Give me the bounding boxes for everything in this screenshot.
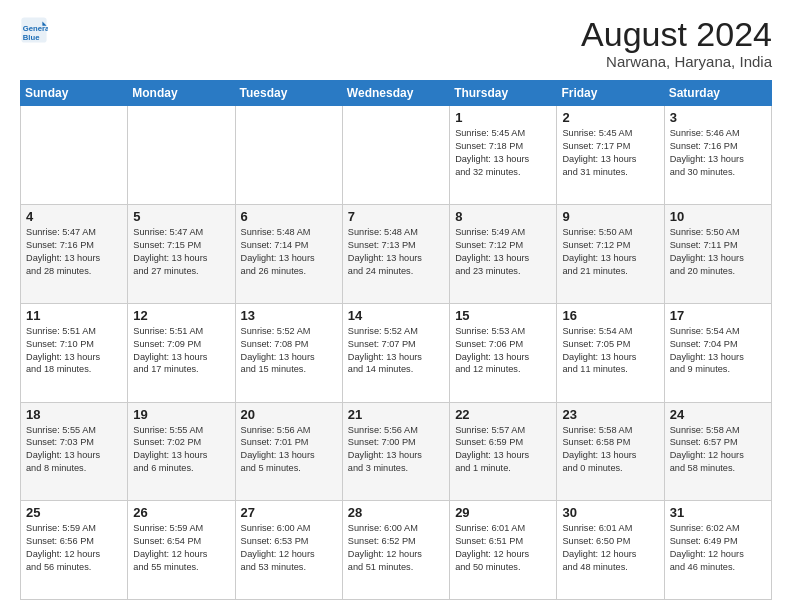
calendar-cell: 23Sunrise: 5:58 AM Sunset: 6:58 PM Dayli…	[557, 402, 664, 501]
calendar-cell: 27Sunrise: 6:00 AM Sunset: 6:53 PM Dayli…	[235, 501, 342, 600]
day-info: Sunrise: 5:45 AM Sunset: 7:18 PM Dayligh…	[455, 127, 551, 179]
day-info: Sunrise: 6:01 AM Sunset: 6:50 PM Dayligh…	[562, 522, 658, 574]
day-number: 27	[241, 505, 337, 520]
calendar-cell: 18Sunrise: 5:55 AM Sunset: 7:03 PM Dayli…	[21, 402, 128, 501]
day-number: 5	[133, 209, 229, 224]
calendar-week-0: 1Sunrise: 5:45 AM Sunset: 7:18 PM Daylig…	[21, 106, 772, 205]
day-number: 16	[562, 308, 658, 323]
day-number: 11	[26, 308, 122, 323]
day-number: 8	[455, 209, 551, 224]
title-block: August 2024 Narwana, Haryana, India	[581, 16, 772, 70]
calendar-week-1: 4Sunrise: 5:47 AM Sunset: 7:16 PM Daylig…	[21, 205, 772, 304]
svg-text:Blue: Blue	[23, 33, 40, 42]
calendar-cell: 14Sunrise: 5:52 AM Sunset: 7:07 PM Dayli…	[342, 303, 449, 402]
day-info: Sunrise: 5:56 AM Sunset: 7:01 PM Dayligh…	[241, 424, 337, 476]
calendar-cell: 9Sunrise: 5:50 AM Sunset: 7:12 PM Daylig…	[557, 205, 664, 304]
calendar-cell: 21Sunrise: 5:56 AM Sunset: 7:00 PM Dayli…	[342, 402, 449, 501]
day-info: Sunrise: 5:47 AM Sunset: 7:15 PM Dayligh…	[133, 226, 229, 278]
day-info: Sunrise: 5:50 AM Sunset: 7:12 PM Dayligh…	[562, 226, 658, 278]
day-info: Sunrise: 5:59 AM Sunset: 6:56 PM Dayligh…	[26, 522, 122, 574]
day-number: 14	[348, 308, 444, 323]
day-number: 3	[670, 110, 766, 125]
calendar-week-4: 25Sunrise: 5:59 AM Sunset: 6:56 PM Dayli…	[21, 501, 772, 600]
calendar-week-2: 11Sunrise: 5:51 AM Sunset: 7:10 PM Dayli…	[21, 303, 772, 402]
day-number: 29	[455, 505, 551, 520]
calendar-cell: 28Sunrise: 6:00 AM Sunset: 6:52 PM Dayli…	[342, 501, 449, 600]
calendar-week-3: 18Sunrise: 5:55 AM Sunset: 7:03 PM Dayli…	[21, 402, 772, 501]
day-number: 10	[670, 209, 766, 224]
day-number: 1	[455, 110, 551, 125]
day-info: Sunrise: 6:02 AM Sunset: 6:49 PM Dayligh…	[670, 522, 766, 574]
day-number: 4	[26, 209, 122, 224]
day-info: Sunrise: 5:55 AM Sunset: 7:03 PM Dayligh…	[26, 424, 122, 476]
calendar-cell: 7Sunrise: 5:48 AM Sunset: 7:13 PM Daylig…	[342, 205, 449, 304]
day-info: Sunrise: 5:54 AM Sunset: 7:04 PM Dayligh…	[670, 325, 766, 377]
calendar-cell: 10Sunrise: 5:50 AM Sunset: 7:11 PM Dayli…	[664, 205, 771, 304]
calendar-cell: 19Sunrise: 5:55 AM Sunset: 7:02 PM Dayli…	[128, 402, 235, 501]
calendar-cell: 5Sunrise: 5:47 AM Sunset: 7:15 PM Daylig…	[128, 205, 235, 304]
page: General Blue General Blue August 2024 Na…	[0, 0, 792, 612]
day-number: 15	[455, 308, 551, 323]
calendar-cell: 1Sunrise: 5:45 AM Sunset: 7:18 PM Daylig…	[450, 106, 557, 205]
day-info: Sunrise: 6:00 AM Sunset: 6:52 PM Dayligh…	[348, 522, 444, 574]
calendar-cell	[342, 106, 449, 205]
day-info: Sunrise: 5:59 AM Sunset: 6:54 PM Dayligh…	[133, 522, 229, 574]
calendar-cell: 6Sunrise: 5:48 AM Sunset: 7:14 PM Daylig…	[235, 205, 342, 304]
col-tuesday: Tuesday	[235, 81, 342, 106]
subtitle: Narwana, Haryana, India	[581, 53, 772, 70]
day-number: 7	[348, 209, 444, 224]
calendar-cell: 20Sunrise: 5:56 AM Sunset: 7:01 PM Dayli…	[235, 402, 342, 501]
calendar-cell: 4Sunrise: 5:47 AM Sunset: 7:16 PM Daylig…	[21, 205, 128, 304]
day-number: 31	[670, 505, 766, 520]
day-number: 22	[455, 407, 551, 422]
day-number: 17	[670, 308, 766, 323]
day-info: Sunrise: 5:55 AM Sunset: 7:02 PM Dayligh…	[133, 424, 229, 476]
day-number: 23	[562, 407, 658, 422]
col-friday: Friday	[557, 81, 664, 106]
day-number: 19	[133, 407, 229, 422]
calendar-cell: 31Sunrise: 6:02 AM Sunset: 6:49 PM Dayli…	[664, 501, 771, 600]
day-number: 6	[241, 209, 337, 224]
day-info: Sunrise: 5:58 AM Sunset: 6:57 PM Dayligh…	[670, 424, 766, 476]
day-info: Sunrise: 5:46 AM Sunset: 7:16 PM Dayligh…	[670, 127, 766, 179]
day-info: Sunrise: 6:00 AM Sunset: 6:53 PM Dayligh…	[241, 522, 337, 574]
day-info: Sunrise: 5:54 AM Sunset: 7:05 PM Dayligh…	[562, 325, 658, 377]
calendar-cell: 29Sunrise: 6:01 AM Sunset: 6:51 PM Dayli…	[450, 501, 557, 600]
day-info: Sunrise: 5:56 AM Sunset: 7:00 PM Dayligh…	[348, 424, 444, 476]
day-info: Sunrise: 5:57 AM Sunset: 6:59 PM Dayligh…	[455, 424, 551, 476]
calendar-cell: 26Sunrise: 5:59 AM Sunset: 6:54 PM Dayli…	[128, 501, 235, 600]
calendar-cell: 15Sunrise: 5:53 AM Sunset: 7:06 PM Dayli…	[450, 303, 557, 402]
day-number: 25	[26, 505, 122, 520]
calendar-cell: 30Sunrise: 6:01 AM Sunset: 6:50 PM Dayli…	[557, 501, 664, 600]
calendar-cell: 16Sunrise: 5:54 AM Sunset: 7:05 PM Dayli…	[557, 303, 664, 402]
day-number: 21	[348, 407, 444, 422]
day-number: 24	[670, 407, 766, 422]
day-info: Sunrise: 5:58 AM Sunset: 6:58 PM Dayligh…	[562, 424, 658, 476]
col-monday: Monday	[128, 81, 235, 106]
calendar-cell: 22Sunrise: 5:57 AM Sunset: 6:59 PM Dayli…	[450, 402, 557, 501]
col-sunday: Sunday	[21, 81, 128, 106]
logo-icon: General Blue	[20, 16, 48, 44]
calendar-cell: 3Sunrise: 5:46 AM Sunset: 7:16 PM Daylig…	[664, 106, 771, 205]
day-info: Sunrise: 5:48 AM Sunset: 7:14 PM Dayligh…	[241, 226, 337, 278]
day-info: Sunrise: 5:50 AM Sunset: 7:11 PM Dayligh…	[670, 226, 766, 278]
calendar-table: Sunday Monday Tuesday Wednesday Thursday…	[20, 80, 772, 600]
col-wednesday: Wednesday	[342, 81, 449, 106]
calendar-cell: 12Sunrise: 5:51 AM Sunset: 7:09 PM Dayli…	[128, 303, 235, 402]
day-info: Sunrise: 5:51 AM Sunset: 7:09 PM Dayligh…	[133, 325, 229, 377]
day-info: Sunrise: 6:01 AM Sunset: 6:51 PM Dayligh…	[455, 522, 551, 574]
day-number: 18	[26, 407, 122, 422]
day-number: 9	[562, 209, 658, 224]
col-saturday: Saturday	[664, 81, 771, 106]
day-info: Sunrise: 5:48 AM Sunset: 7:13 PM Dayligh…	[348, 226, 444, 278]
day-number: 30	[562, 505, 658, 520]
calendar-header-row: Sunday Monday Tuesday Wednesday Thursday…	[21, 81, 772, 106]
calendar-cell: 8Sunrise: 5:49 AM Sunset: 7:12 PM Daylig…	[450, 205, 557, 304]
calendar-cell: 17Sunrise: 5:54 AM Sunset: 7:04 PM Dayli…	[664, 303, 771, 402]
calendar-cell	[21, 106, 128, 205]
day-number: 13	[241, 308, 337, 323]
day-info: Sunrise: 5:52 AM Sunset: 7:07 PM Dayligh…	[348, 325, 444, 377]
col-thursday: Thursday	[450, 81, 557, 106]
day-number: 26	[133, 505, 229, 520]
day-number: 2	[562, 110, 658, 125]
